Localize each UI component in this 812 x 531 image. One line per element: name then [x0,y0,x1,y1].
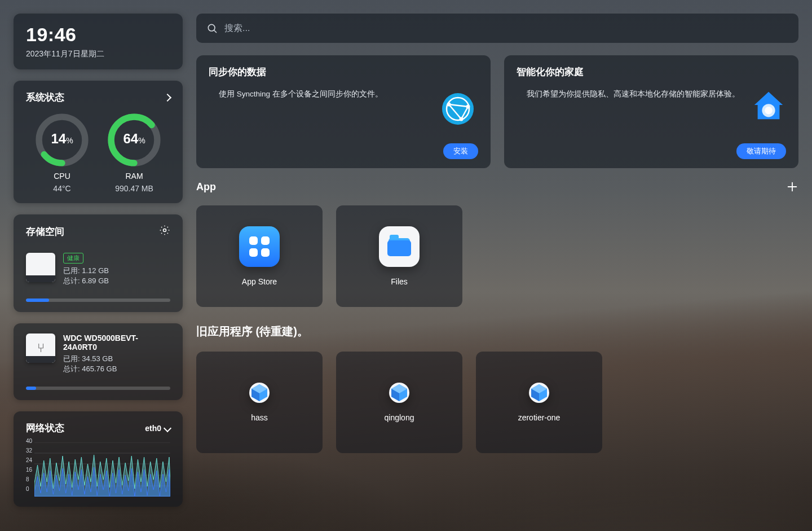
ram-used: 990.47 MB [106,184,162,193]
drive-row[interactable]: 健康 已用: 1.12 GB 总计: 6.89 GB [26,253,170,286]
storage-widget: 存储空间 健康 已用: 1.12 GB 总计: 6.89 GB [14,214,183,312]
clock-widget: 19:46 2023年11月7日星期二 [14,14,183,69]
network-iface: eth0 [145,424,161,433]
chevron-right-icon[interactable] [164,93,171,101]
network-y-axis: 4032241680 [26,438,32,492]
gear-icon[interactable] [159,225,170,238]
svg-point-4 [164,229,166,232]
drive-total: 总计: 6.89 GB [63,276,170,286]
app-tile-zerotier[interactable]: zerotier-one [476,352,602,453]
promo-title: 同步你的数据 [209,65,478,78]
app-label: qinglong [385,413,414,422]
drive-name: WDC WD5000BEVT-24A0RT0 [63,333,170,352]
system-status-title: 系统状态 [26,91,64,104]
svg-line-12 [214,30,217,33]
health-badge: 健康 [63,253,83,264]
drive-bar [26,299,170,302]
network-iface-select[interactable]: eth0 [145,424,170,433]
svg-point-22 [765,107,773,115]
container-icon [249,383,270,403]
app-label: zerotier-one [518,413,561,422]
appstore-icon [239,226,280,267]
ram-percent: 64 [123,131,138,146]
apps-section-title: App [196,181,216,193]
search-icon [206,23,218,34]
promo-title: 智能化你的家庭 [517,65,786,78]
syncthing-icon [438,89,478,129]
legacy-section-title: 旧应用程序 (待重建)。 [196,324,798,339]
storage-widget-usb: WDC WD5000BEVT-24A0RT0 已用: 34.53 GB 总计: … [14,323,183,400]
search-bar[interactable] [196,14,798,43]
add-app-button[interactable] [786,181,798,193]
cpu-percent: 14 [51,131,66,146]
clock-date: 2023年11月7日星期二 [26,49,170,59]
app-label: App Store [242,277,277,286]
ram-gauge: 64% RAM 990.47 MB [106,112,162,193]
app-label: Files [391,277,408,286]
coming-soon-button[interactable]: 敬请期待 [736,143,786,159]
app-tile-qinglong[interactable]: qinglong [336,352,462,453]
app-tile-files[interactable]: Files [336,205,462,307]
drive-total: 总计: 465.76 GB [63,364,170,374]
clock-time: 19:46 [26,24,170,46]
cpu-label: CPU [34,172,90,181]
app-label: hass [251,413,268,422]
cpu-gauge: 14% CPU 44°C [34,112,90,193]
internal-drive-icon [26,253,55,282]
smart-home-icon [751,89,786,124]
promo-desc: 使用 Syncthing 在多个设备之间同步你的文件。 [209,89,429,100]
drive-bar [26,387,170,390]
storage-title: 存储空间 [26,225,64,238]
system-status-widget[interactable]: 系统状态 14% CPU 44°C [14,81,183,203]
ram-label: RAM [106,172,162,181]
drive-used: 已用: 34.53 GB [63,354,170,364]
cpu-temp: 44°C [34,184,90,193]
drive-row[interactable]: WDC WD5000BEVT-24A0RT0 已用: 34.53 GB 总计: … [26,333,170,374]
promo-home: 智能化你的家庭 我们希望为你提供隐私、高速和本地化存储的智能家居体验。 敬请期待 [504,55,798,168]
container-icon [389,383,409,403]
container-icon [529,383,549,403]
chevron-down-icon [164,424,171,432]
search-input[interactable] [224,23,788,33]
network-title: 网络状态 [26,422,64,435]
promo-sync: 同步你的数据 使用 Syncthing 在多个设备之间同步你的文件。 安装 [196,55,491,168]
network-widget: 网络状态 eth0 4032241680 [14,411,183,507]
app-tile-appstore[interactable]: App Store [196,205,323,307]
install-button[interactable]: 安装 [443,143,478,159]
promo-desc: 我们希望为你提供隐私、高速和本地化存储的智能家居体验。 [517,89,742,100]
network-chart [34,442,170,497]
files-icon [379,226,420,267]
app-tile-hass[interactable]: hass [196,352,323,453]
drive-used: 已用: 1.12 GB [63,266,170,276]
usb-drive-icon [26,333,55,363]
